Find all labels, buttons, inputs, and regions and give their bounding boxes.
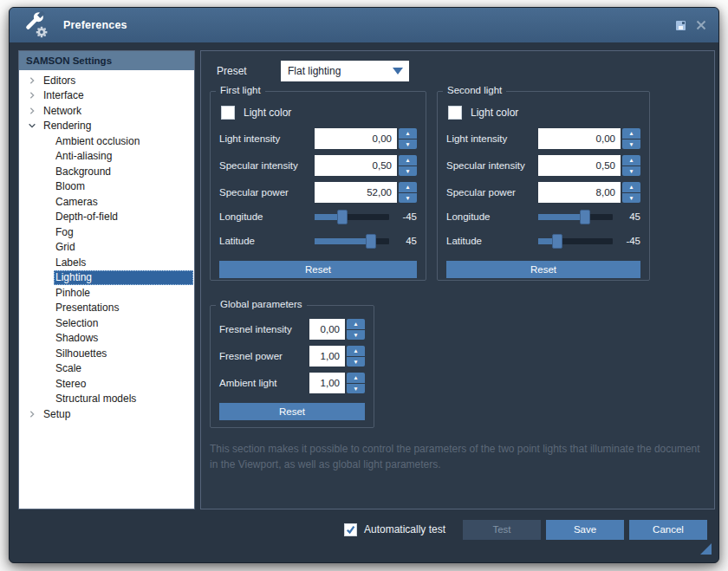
chevron-right-icon[interactable] — [27, 75, 37, 86]
spin-buttons: ▲▼ — [622, 182, 640, 203]
specular-intensity-label: Specular intensity — [446, 160, 538, 171]
spin-down-icon[interactable]: ▼ — [347, 384, 365, 394]
test-button[interactable]: Test — [463, 520, 541, 540]
sidebar-item-label: Silhouettes — [55, 347, 107, 360]
slider-handle[interactable] — [580, 210, 590, 224]
longitude-slider[interactable] — [538, 209, 613, 224]
specular-power-spinbox[interactable]: 52,00▲▼ — [315, 182, 417, 203]
sidebar-item-structural-models[interactable]: Structural models — [19, 392, 194, 407]
sidebar-item-editors[interactable]: Editors — [19, 73, 194, 88]
fresnel-power-value: 1,00 — [309, 346, 345, 367]
longitude-row: Longitude45 — [446, 209, 640, 224]
specular-intensity-value: 0,50 — [315, 155, 397, 176]
reset-button[interactable]: Reset — [446, 261, 640, 278]
sidebar-item-label: Rendering — [43, 120, 91, 132]
sidebar-item-cameras[interactable]: Cameras — [19, 194, 194, 210]
sidebar-item-shadows[interactable]: Shadows — [19, 331, 194, 347]
latitude-row: Latitude-45 — [446, 233, 640, 249]
slider-handle[interactable] — [552, 234, 562, 249]
sidebar-item-lighting[interactable]: Lighting — [19, 270, 194, 286]
sidebar-item-background[interactable]: Background — [19, 164, 194, 179]
sidebar-item-depth-of-field[interactable]: Depth-of-field — [19, 210, 194, 225]
spin-up-icon[interactable]: ▲ — [347, 373, 365, 383]
sidebar-item-stereo[interactable]: Stereo — [19, 376, 194, 392]
slider-fill — [538, 214, 585, 220]
ambient-light-value: 1,00 — [309, 373, 345, 393]
sidebar-item-interface[interactable]: Interface — [19, 88, 194, 104]
spin-up-icon[interactable]: ▲ — [347, 346, 365, 356]
sidebar-item-label: Ambient occlusion — [55, 135, 140, 147]
light-color-label: Light color — [244, 107, 291, 119]
sidebar-item-setup[interactable]: Setup — [19, 406, 194, 422]
sidebar-item-rendering[interactable]: Rendering — [19, 119, 194, 134]
chevron-down-icon[interactable] — [27, 120, 37, 131]
sidebar-item-ambient-occlusion[interactable]: Ambient occlusion — [19, 133, 194, 149]
float-window-icon[interactable] — [673, 18, 687, 32]
spin-up-icon[interactable]: ▲ — [399, 182, 417, 192]
light-intensity-spinbox[interactable]: 0,00▲▼ — [315, 128, 417, 149]
preset-dropdown[interactable]: Flat lighting — [281, 61, 409, 81]
latitude-slider[interactable] — [315, 233, 389, 249]
sidebar-item-fog[interactable]: Fog — [19, 224, 194, 240]
sidebar-item-network[interactable]: Network — [19, 103, 194, 119]
chevron-right-icon[interactable] — [27, 90, 37, 101]
spin-up-icon[interactable]: ▲ — [622, 155, 640, 165]
spin-up-icon[interactable]: ▲ — [399, 128, 417, 139]
spin-up-icon[interactable]: ▲ — [399, 155, 417, 165]
fresnel-intensity-spinbox[interactable]: 0,00▲▼ — [309, 319, 365, 340]
sidebar-item-anti-aliasing[interactable]: Anti-aliasing — [19, 149, 194, 165]
sidebar-item-bloom[interactable]: Bloom — [19, 179, 194, 195]
latitude-slider[interactable] — [538, 233, 613, 249]
sidebar-item-grid[interactable]: Grid — [19, 240, 194, 256]
specular-intensity-spinbox[interactable]: 0,50▲▼ — [538, 155, 640, 176]
sidebar-item-pinhole[interactable]: Pinhole — [19, 285, 194, 301]
sidebar-item-scale[interactable]: Scale — [19, 361, 194, 377]
specular-power-spinbox[interactable]: 8,00▲▼ — [538, 182, 640, 203]
light-color-swatch[interactable] — [448, 106, 462, 120]
specular-intensity-row: Specular intensity0,50▲▼ — [219, 155, 417, 176]
ambient-light-spinbox[interactable]: 1,00▲▼ — [309, 373, 365, 393]
spin-down-icon[interactable]: ▼ — [622, 140, 640, 150]
spin-down-icon[interactable]: ▼ — [347, 357, 365, 367]
window-title: Preferences — [63, 19, 666, 31]
specular-power-label: Specular power — [219, 187, 315, 198]
save-button[interactable]: Save — [546, 520, 624, 540]
spin-down-icon[interactable]: ▼ — [399, 193, 417, 204]
fresnel-power-spinbox[interactable]: 1,00▲▼ — [309, 346, 365, 367]
spin-down-icon[interactable]: ▼ — [399, 140, 417, 150]
light-color-label: Light color — [471, 107, 518, 119]
spin-up-icon[interactable]: ▲ — [622, 182, 640, 192]
specular-intensity-spinbox[interactable]: 0,50▲▼ — [315, 155, 417, 176]
auto-test-checkbox[interactable] — [344, 523, 357, 536]
sidebar-item-presentations[interactable]: Presentations — [19, 301, 194, 316]
slider-handle[interactable] — [366, 234, 376, 249]
longitude-slider[interactable] — [315, 209, 389, 224]
light-color-swatch[interactable] — [221, 106, 235, 120]
global-parameters-group: Global parametersFresnel intensity0,00▲▼… — [210, 305, 374, 428]
specular-intensity-label: Specular intensity — [219, 160, 315, 171]
close-icon[interactable] — [694, 18, 708, 32]
chevron-right-icon[interactable] — [27, 106, 37, 116]
spin-up-icon[interactable]: ▲ — [347, 319, 365, 329]
sidebar-item-silhouettes[interactable]: Silhouettes — [19, 346, 194, 361]
sidebar-item-label: Anti-aliasing — [55, 150, 112, 162]
sidebar-item-selection[interactable]: Selection — [19, 315, 194, 331]
reset-button[interactable]: Reset — [219, 403, 365, 420]
second-light-group: Second lightLight colorLight intensity0,… — [437, 91, 650, 281]
cancel-button[interactable]: Cancel — [629, 520, 707, 540]
light-color-row: Light color — [446, 105, 640, 120]
spin-down-icon[interactable]: ▼ — [347, 330, 365, 341]
sidebar-item-label: Lighting — [55, 271, 92, 283]
sidebar-item-label: Editors — [43, 75, 75, 87]
resize-grip[interactable] — [700, 543, 712, 555]
light-intensity-spinbox[interactable]: 0,00▲▼ — [538, 128, 640, 149]
slider-handle[interactable] — [337, 210, 348, 224]
spin-up-icon[interactable]: ▲ — [622, 128, 640, 139]
spin-down-icon[interactable]: ▼ — [622, 193, 640, 204]
sidebar-item-labels[interactable]: Labels — [19, 255, 194, 270]
reset-button[interactable]: Reset — [219, 261, 417, 278]
sidebar-item-label: Shadows — [55, 332, 98, 344]
spin-down-icon[interactable]: ▼ — [622, 166, 640, 177]
chevron-right-icon[interactable] — [27, 409, 37, 419]
spin-down-icon[interactable]: ▼ — [399, 166, 417, 177]
